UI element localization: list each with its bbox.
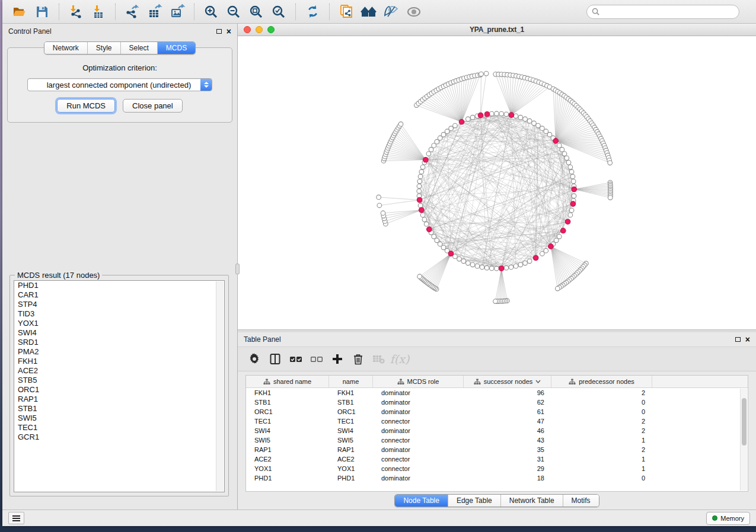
- network-node: [566, 161, 571, 165]
- close-panel-button[interactable]: Close panel: [123, 99, 183, 113]
- result-node-item[interactable]: YOX1: [14, 319, 224, 328]
- network-node: [417, 189, 422, 194]
- table-row[interactable]: STB1STB1dominator620: [246, 398, 748, 407]
- result-node-item[interactable]: STB1: [14, 404, 224, 414]
- close-panel-icon[interactable]: ×: [227, 28, 231, 34]
- table-row[interactable]: SWI5SWI5connector431: [246, 435, 748, 445]
- import-network-button[interactable]: [67, 3, 85, 21]
- network-node: [495, 111, 499, 116]
- result-node-item[interactable]: PMA2: [14, 347, 224, 357]
- attribute-type-icon: [569, 379, 576, 385]
- table-row[interactable]: FKH1FKH1dominator962: [246, 388, 748, 398]
- node-table[interactable]: shared namenameMCDS rolesuccessor nodesp…: [245, 375, 748, 492]
- zoom-out-button[interactable]: [225, 3, 243, 21]
- splitter-grip[interactable]: [235, 264, 240, 274]
- result-node-item[interactable]: STP4: [14, 300, 224, 309]
- table-row[interactable]: RAP1RAP1dominator352: [246, 445, 748, 454]
- table-row[interactable]: YOX1YOX1connector291: [246, 464, 748, 473]
- memory-button[interactable]: Memory: [706, 512, 750, 525]
- result-node-item[interactable]: ORC1: [14, 385, 224, 395]
- tab-style[interactable]: Style: [88, 42, 121, 54]
- toolbar-separator: [295, 4, 296, 20]
- table-row[interactable]: ACE2ACE2connector311: [246, 454, 748, 464]
- network-node: [499, 111, 504, 116]
- result-scrollbar[interactable]: [216, 281, 224, 491]
- result-node-item[interactable]: PHD1: [14, 281, 224, 290]
- column-header-predecessor-nodes[interactable]: predecessor nodes: [551, 376, 652, 387]
- window-zoom-traffic-light[interactable]: [267, 26, 275, 33]
- column-header-mcds-role[interactable]: MCDS role: [373, 376, 464, 387]
- tab-node-table[interactable]: Node Table: [395, 495, 448, 507]
- delete-columns-button[interactable]: [350, 351, 366, 367]
- tab-motifs[interactable]: Motifs: [563, 495, 599, 507]
- result-node-item[interactable]: RAP1: [14, 395, 224, 404]
- network-canvas[interactable]: [238, 36, 756, 329]
- result-node-item[interactable]: SRD1: [14, 338, 224, 347]
- window-close-traffic-light[interactable]: [244, 26, 251, 33]
- deselect-all-rows-button[interactable]: [308, 351, 325, 367]
- tab-select[interactable]: Select: [121, 42, 158, 54]
- tab-network[interactable]: Network: [44, 42, 88, 54]
- attribute-type-icon: [263, 379, 270, 385]
- search-input[interactable]: [602, 8, 734, 16]
- result-node-item[interactable]: FKH1: [14, 357, 224, 366]
- criterion-dropdown[interactable]: largest connected component (undirected): [27, 78, 212, 91]
- save-session-button[interactable]: [33, 3, 51, 21]
- result-node-item[interactable]: SWI4: [14, 328, 224, 338]
- import-table-button[interactable]: [90, 3, 107, 21]
- zoom-selected-button[interactable]: [270, 3, 288, 21]
- table-scrollbar[interactable]: [740, 389, 747, 491]
- network-node: [569, 208, 574, 213]
- graphics-details-on-button[interactable]: [405, 3, 423, 21]
- result-node-item[interactable]: TEC1: [14, 423, 224, 432]
- result-node-item[interactable]: SWI5: [14, 414, 224, 423]
- result-node-item[interactable]: CAR1: [14, 290, 224, 300]
- window-minimize-traffic-light[interactable]: [256, 26, 263, 33]
- tab-edge-table[interactable]: Edge Table: [448, 495, 501, 507]
- status-menu-button[interactable]: [8, 512, 24, 524]
- graphics-details-off-button[interactable]: [382, 3, 400, 21]
- first-neighbors-button[interactable]: [360, 3, 378, 21]
- select-all-rows-button[interactable]: [288, 351, 304, 367]
- table-toolbar: f(x): [238, 347, 756, 371]
- zoom-in-button[interactable]: [202, 3, 220, 21]
- result-node-item[interactable]: ACE2: [14, 366, 224, 376]
- table-row[interactable]: TEC1TEC1connector472: [246, 416, 748, 426]
- table-row[interactable]: PHD1PHD1dominator180: [246, 473, 748, 483]
- table-row[interactable]: ORC1ORC1dominator610: [246, 407, 748, 416]
- float-panel-icon[interactable]: [216, 29, 222, 34]
- table-options-button[interactable]: [246, 351, 263, 367]
- mcds-hub-node: [478, 113, 483, 118]
- column-header-name[interactable]: name: [329, 376, 373, 387]
- table-scrollbar-thumb[interactable]: [742, 398, 747, 446]
- table-header-row: shared namenameMCDS rolesuccessor nodesp…: [246, 376, 748, 388]
- close-table-panel-icon[interactable]: ×: [745, 336, 750, 342]
- tab-mcds[interactable]: MCDS: [158, 42, 195, 54]
- delete-table-button[interactable]: [371, 351, 387, 367]
- tab-network-table[interactable]: Network Table: [501, 495, 563, 507]
- network-titlebar[interactable]: YPA_prune.txt_1: [238, 24, 756, 36]
- cell-mcds-role: dominator: [373, 427, 464, 434]
- refresh-view-button[interactable]: [304, 3, 321, 21]
- column-header-successor-nodes[interactable]: successor nodes: [464, 376, 551, 387]
- function-builder-button[interactable]: f(x): [391, 351, 408, 367]
- open-file-button[interactable]: [11, 3, 28, 21]
- mcds-result-list[interactable]: PHD1CAR1STP4TID3YOX1SWI4SRD1PMA2FKH1ACE2…: [14, 280, 225, 492]
- cell-successor-nodes: 35: [464, 446, 551, 453]
- show-columns-button[interactable]: [267, 351, 283, 367]
- export-table-button[interactable]: [146, 3, 164, 21]
- result-node-item[interactable]: STB5: [14, 376, 224, 385]
- search-box[interactable]: [586, 5, 739, 19]
- result-node-item[interactable]: GCR1: [14, 432, 224, 442]
- result-node-item[interactable]: TID3: [14, 309, 224, 319]
- export-network-button[interactable]: [123, 3, 141, 21]
- network-node: [560, 148, 564, 152]
- float-table-panel-icon[interactable]: [735, 337, 741, 342]
- export-image-button[interactable]: [168, 3, 186, 21]
- clone-network-button[interactable]: [337, 3, 355, 21]
- add-column-button[interactable]: [329, 351, 346, 367]
- zoom-fit-button[interactable]: [247, 3, 265, 21]
- table-row[interactable]: SWI4SWI4dominator462: [246, 426, 748, 435]
- run-mcds-button[interactable]: Run MCDS: [57, 99, 115, 113]
- column-header-shared-name[interactable]: shared name: [246, 376, 329, 387]
